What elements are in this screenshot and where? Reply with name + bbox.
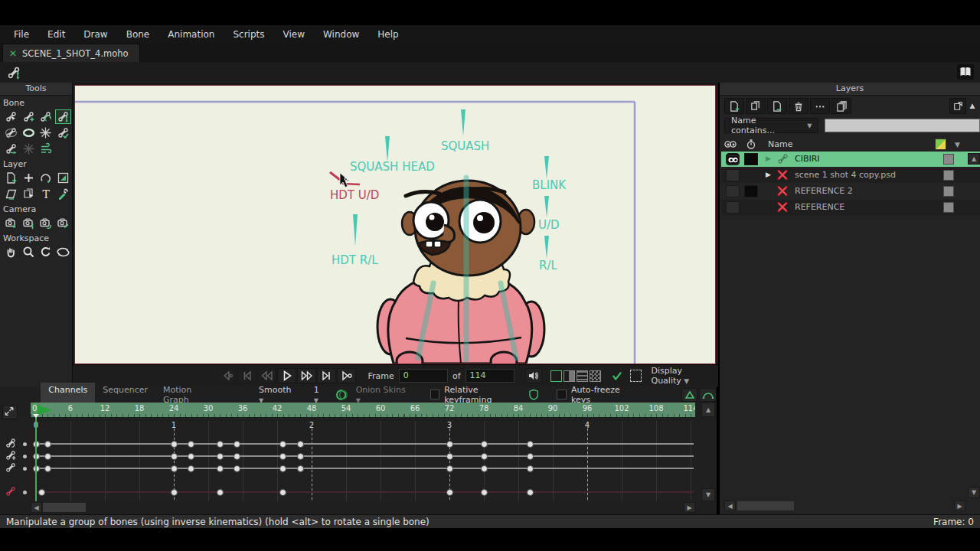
menu-help[interactable]: Help: [368, 28, 407, 41]
timeline-hscroll-thumb[interactable]: [43, 503, 86, 512]
rotate-workspace-tool-button[interactable]: [38, 245, 54, 259]
keyframe-dot[interactable]: [279, 441, 286, 448]
menu-window[interactable]: Window: [314, 28, 368, 41]
quality-preset-4[interactable]: [590, 370, 601, 382]
layer-animation-toggle[interactable]: [744, 185, 758, 197]
keyframe-dot[interactable]: [481, 441, 488, 448]
library-button[interactable]: [957, 64, 974, 80]
layer-row[interactable]: REFERENCE 2: [721, 184, 980, 199]
keyframe-dot[interactable]: [188, 465, 194, 472]
keyframe-dot[interactable]: [188, 441, 194, 448]
wind-tool-button[interactable]: [38, 142, 54, 156]
shield-icon[interactable]: [529, 389, 538, 400]
keyframe-dot[interactable]: [217, 441, 224, 448]
quality-preset-2[interactable]: [564, 370, 575, 382]
layer-expand-arrow[interactable]: ▶: [766, 155, 771, 162]
ud-control-bone[interactable]: [544, 196, 549, 217]
play-button[interactable]: [277, 368, 296, 383]
eyedropper-tool-button[interactable]: [55, 187, 71, 201]
zoom-camera-tool-button[interactable]: [21, 216, 37, 230]
text-tool-tool-button[interactable]: T: [38, 187, 54, 201]
sort-chevron-icon[interactable]: ▼: [955, 141, 960, 148]
keyframe-dot[interactable]: [297, 441, 304, 448]
layer-visibility-toggle[interactable]: [726, 169, 740, 181]
collapse-panel-button[interactable]: ▲: [966, 98, 978, 112]
roll-camera-tool-button[interactable]: [38, 216, 54, 230]
tab-close-icon[interactable]: ✕: [9, 48, 17, 59]
layer-expand-arrow[interactable]: ▶: [766, 171, 771, 178]
timeline-hscroll-left-button[interactable]: ◀: [31, 502, 42, 513]
layer-row[interactable]: REFERENCE: [721, 200, 980, 215]
total-frames-input[interactable]: 114: [466, 369, 514, 383]
prev-keyframe-button[interactable]: [217, 368, 237, 383]
layer-color-swatch[interactable]: [943, 154, 954, 165]
interpolation-dropdown[interactable]: Smooth ▼: [259, 385, 297, 405]
layer-row[interactable]: ▶CIBIRI: [721, 152, 980, 167]
offset-bone-tool-button[interactable]: [3, 142, 19, 156]
quality-preset-3[interactable]: [577, 370, 588, 382]
layer-row[interactable]: ▶scene 1 shot 4 copy.psd: [721, 168, 980, 183]
menu-view[interactable]: View: [274, 28, 314, 41]
timeline-expand-button[interactable]: [2, 405, 18, 419]
hdt-rl-control-bone[interactable]: [353, 214, 358, 246]
squash-control-bone[interactable]: [461, 109, 466, 136]
timeline-scroll-down-button[interactable]: ▼: [701, 488, 715, 501]
step-forward-button[interactable]: [297, 368, 316, 383]
transform-bone-tool-button[interactable]: [55, 109, 71, 124]
menu-file[interactable]: File: [5, 28, 38, 41]
keyframe-dot[interactable]: [171, 465, 178, 472]
keyframe-dot[interactable]: [217, 465, 224, 472]
keyframe-dot[interactable]: [481, 453, 488, 460]
popout-panel-button[interactable]: [949, 98, 966, 114]
keyframe-dot[interactable]: [171, 441, 178, 448]
menu-scripts[interactable]: Scripts: [224, 28, 273, 41]
keyframe-dot[interactable]: [527, 465, 534, 472]
layer-visibility-toggle[interactable]: [726, 201, 740, 214]
keyframe-dot[interactable]: [279, 489, 286, 496]
mute-button[interactable]: [525, 368, 542, 383]
add-bone-tool-button[interactable]: [21, 109, 37, 124]
duplicate-layer-button[interactable]: [746, 98, 766, 114]
keyframe-dot[interactable]: [446, 465, 453, 472]
layer-color-swatch[interactable]: [943, 186, 954, 197]
timeline-tracks[interactable]: 01234: [0, 421, 717, 501]
timeline-scroll-up-button[interactable]: ▲: [701, 403, 715, 417]
menu-draw[interactable]: Draw: [74, 28, 116, 41]
relative-keyframing-checkbox[interactable]: [430, 390, 439, 399]
rotate-layer-tool-button[interactable]: [38, 171, 54, 185]
auto-freeze-checkbox[interactable]: [557, 390, 566, 399]
layer-color-swatch[interactable]: [943, 202, 954, 213]
menu-animation[interactable]: Animation: [158, 28, 224, 41]
layer-visibility-toggle[interactable]: [726, 153, 740, 165]
track-camera-tool-button[interactable]: [3, 216, 19, 230]
keyframe-dot[interactable]: [171, 453, 178, 460]
keyframe-dot[interactable]: [481, 465, 488, 472]
keyframe-dot[interactable]: [217, 453, 224, 460]
keyframe-dot[interactable]: [38, 489, 45, 496]
keyframe-dot[interactable]: [234, 441, 240, 448]
layers-hscroll-thumb[interactable]: [737, 501, 794, 510]
color-swatch-header-icon[interactable]: [935, 139, 946, 150]
display-quality-dropdown[interactable]: Display Quality ▼: [651, 366, 714, 386]
add-point-tool-button[interactable]: [21, 171, 37, 185]
quality-preset-1[interactable]: [550, 370, 562, 382]
zoom-workspace-tool-button[interactable]: [21, 245, 37, 259]
timeline-ruler[interactable]: 6121824303642485460667278849096102108114: [31, 403, 695, 417]
shear-layer-tool-button[interactable]: [3, 187, 19, 201]
keyframe-dot[interactable]: [234, 453, 240, 460]
keyframe-dot[interactable]: [279, 465, 286, 472]
keyframe-dot[interactable]: [446, 453, 453, 460]
flip-layer-tool-button[interactable]: [55, 171, 71, 185]
onion-skin-icon[interactable]: [335, 389, 348, 401]
reparent-bone-tool-button[interactable]: [38, 109, 54, 124]
manipulate-bones-tool-button[interactable]: [21, 126, 37, 140]
layers-hscroll-right-button[interactable]: ▶: [954, 500, 965, 511]
new-layer-button[interactable]: [724, 98, 744, 114]
keyframe-dot[interactable]: [527, 453, 534, 460]
keyframe-dot[interactable]: [188, 453, 194, 460]
keyframe-dot[interactable]: [44, 453, 51, 460]
layer-visibility-toggle[interactable]: [726, 185, 740, 197]
bone-selection-channel-icon[interactable]: [5, 485, 17, 500]
cycle-keyframe-button[interactable]: [699, 388, 717, 402]
menu-edit[interactable]: Edit: [38, 28, 74, 41]
